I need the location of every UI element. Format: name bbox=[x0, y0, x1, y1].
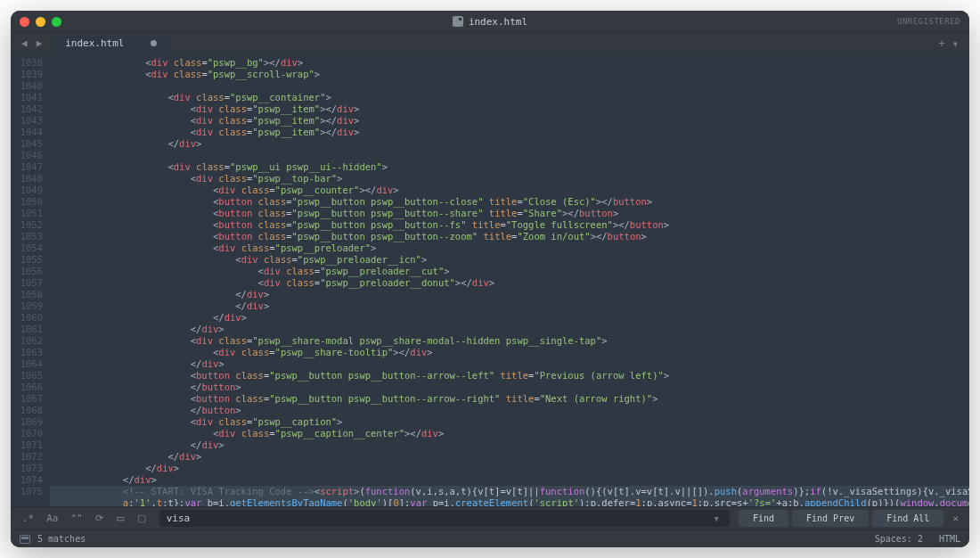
tab-label: index.html bbox=[65, 37, 124, 49]
find-toggles: .* Aa "" ⟳ ▭ ▢ bbox=[18, 511, 151, 526]
regex-toggle[interactable]: .* bbox=[18, 511, 38, 526]
tabs: index.html bbox=[53, 34, 938, 53]
indent-status[interactable]: Spaces: 2 bbox=[875, 534, 923, 544]
find-button[interactable]: Find bbox=[739, 510, 788, 527]
status-left: 5 matches bbox=[20, 534, 86, 544]
window-title: index.html bbox=[11, 16, 969, 28]
status-right: Spaces: 2 HTML bbox=[875, 534, 960, 544]
code-area[interactable]: <div class="pswp__bg"></div> <div class=… bbox=[50, 53, 969, 506]
forward-button[interactable]: ▶ bbox=[33, 36, 46, 51]
nav-arrows: ◀ ▶ bbox=[18, 36, 45, 51]
editor-area[interactable]: 1038103910401041104210431044104510461047… bbox=[11, 53, 969, 506]
find-buttons: Find Find Prev Find All bbox=[739, 510, 943, 527]
minimize-window-icon[interactable] bbox=[36, 17, 45, 27]
close-window-icon[interactable] bbox=[20, 17, 29, 27]
line-gutter: 1038103910401041104210431044104510461047… bbox=[11, 53, 50, 506]
unregistered-label: UNREGISTERED bbox=[897, 17, 960, 26]
new-tab-button[interactable]: + bbox=[939, 37, 945, 50]
whole-word-toggle[interactable]: "" bbox=[67, 511, 87, 526]
unsaved-dot-icon bbox=[151, 40, 157, 46]
in-selection-toggle[interactable]: ▭ bbox=[111, 511, 129, 526]
find-all-button[interactable]: Find All bbox=[872, 510, 943, 527]
document-icon bbox=[453, 16, 463, 27]
editor-window: index.html UNREGISTERED ◀ ▶ index.html +… bbox=[11, 11, 969, 547]
case-toggle[interactable]: Aa bbox=[42, 511, 62, 526]
maximize-window-icon[interactable] bbox=[52, 17, 61, 27]
window-title-text: index.html bbox=[469, 16, 527, 28]
match-count: 5 matches bbox=[37, 534, 86, 544]
tab-dropdown-button[interactable]: ▾ bbox=[952, 37, 959, 50]
find-input-wrap: ▼ bbox=[159, 510, 730, 527]
tab-bar: ◀ ▶ index.html + ▾ bbox=[11, 32, 969, 53]
find-prev-button[interactable]: Find Prev bbox=[792, 510, 869, 527]
status-bar: 5 matches Spaces: 2 HTML bbox=[11, 529, 969, 547]
panel-icon[interactable] bbox=[20, 535, 30, 544]
highlight-toggle[interactable]: ▢ bbox=[133, 511, 151, 526]
window-controls bbox=[20, 17, 61, 27]
tab-index-html[interactable]: index.html bbox=[53, 34, 169, 53]
back-button[interactable]: ◀ bbox=[18, 36, 31, 51]
find-history-dropdown[interactable]: ▼ bbox=[711, 514, 723, 523]
titlebar[interactable]: index.html UNREGISTERED bbox=[11, 11, 969, 32]
tab-actions: + ▾ bbox=[939, 37, 962, 50]
find-close-button[interactable]: ✕ bbox=[949, 513, 962, 524]
find-input[interactable] bbox=[167, 513, 711, 524]
wrap-toggle[interactable]: ⟳ bbox=[91, 511, 108, 526]
find-panel: .* Aa "" ⟳ ▭ ▢ ▼ Find Find Prev Find All… bbox=[11, 506, 969, 529]
syntax-status[interactable]: HTML bbox=[939, 534, 960, 544]
